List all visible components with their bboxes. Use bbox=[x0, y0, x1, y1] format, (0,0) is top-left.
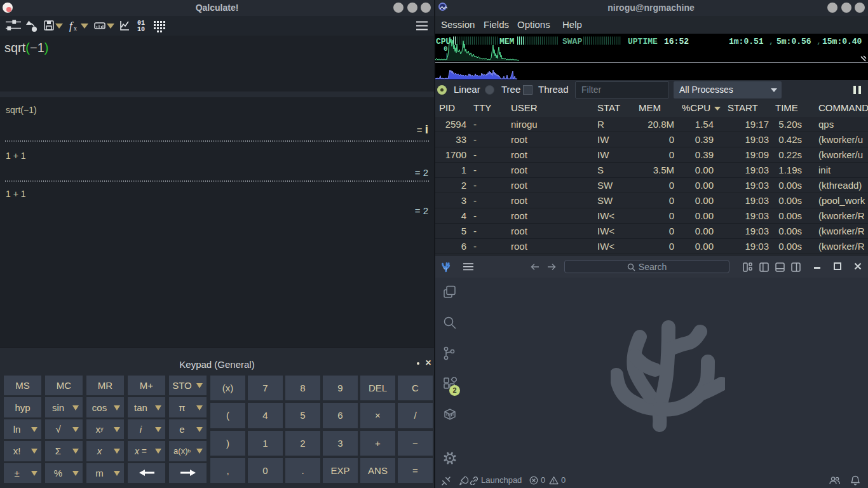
svg-text:MEM: MEM bbox=[499, 37, 515, 46]
svg-text:15m:0.40: 15m:0.40 bbox=[822, 37, 862, 46]
svg-text:,: , bbox=[769, 37, 774, 46]
svg-text:5m:0.56: 5m:0.56 bbox=[776, 37, 811, 46]
svg-text:UPTIME: UPTIME bbox=[628, 37, 658, 46]
svg-text:f: f bbox=[69, 20, 74, 32]
svg-text:x: x bbox=[74, 25, 77, 32]
svg-text:,: , bbox=[817, 37, 822, 46]
svg-text:16:52: 16:52 bbox=[664, 37, 689, 46]
svg-text:10: 10 bbox=[137, 26, 145, 33]
svg-text:SWAP: SWAP bbox=[562, 37, 582, 46]
svg-text:1m:0.51: 1m:0.51 bbox=[729, 37, 764, 46]
svg-text:0: 0 bbox=[444, 45, 448, 53]
